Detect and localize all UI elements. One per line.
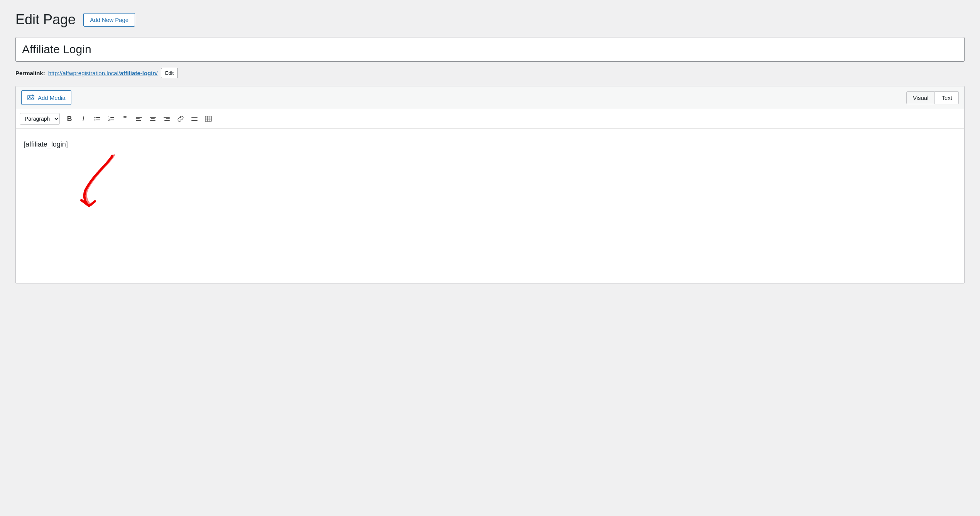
page-title: Edit Page [15, 12, 76, 28]
permalink-edit-button[interactable]: Edit [161, 68, 178, 78]
unordered-list-button[interactable] [91, 112, 104, 125]
page-header: Edit Page Add New Page [15, 12, 965, 28]
title-input-wrap [15, 37, 965, 62]
align-right-button[interactable] [160, 112, 173, 125]
permalink-row: Permalink: http://affwpregistration.loca… [15, 68, 965, 78]
svg-rect-11 [110, 120, 114, 120]
editor-formatting-bar: Paragraph Heading 1 Heading 2 Heading 3 … [16, 109, 964, 129]
view-tabs: Visual Text [906, 91, 959, 104]
add-media-label: Add Media [38, 94, 66, 101]
italic-button[interactable]: I [77, 112, 90, 125]
arrow-annotation [78, 152, 132, 215]
svg-rect-18 [164, 117, 170, 118]
add-new-page-button[interactable]: Add New Page [83, 13, 135, 27]
horizontal-rule-button[interactable] [188, 112, 201, 125]
align-center-button[interactable] [146, 112, 159, 125]
svg-rect-20 [164, 120, 170, 121]
svg-text:2.: 2. [108, 118, 111, 121]
permalink-slug: affiliate-login [120, 70, 156, 76]
svg-rect-9 [110, 117, 114, 118]
svg-rect-7 [96, 120, 100, 120]
add-media-button[interactable]: Add Media [21, 90, 71, 105]
permalink-link[interactable]: http://affwpregistration.local/affiliate… [48, 70, 158, 76]
svg-rect-19 [166, 118, 170, 119]
page-title-input[interactable] [16, 37, 964, 61]
tab-text[interactable]: Text [935, 91, 959, 104]
align-left-button[interactable] [132, 112, 145, 125]
svg-rect-23 [191, 120, 198, 121]
svg-rect-15 [150, 117, 156, 118]
editor-wrap: Add Media Visual Text Paragraph Heading … [15, 86, 965, 283]
svg-rect-5 [96, 117, 100, 118]
svg-rect-22 [191, 119, 198, 119]
permalink-base: http://affwpregistration.local/ [48, 70, 120, 76]
svg-rect-24 [205, 116, 211, 121]
svg-rect-21 [191, 117, 198, 118]
svg-rect-13 [136, 118, 140, 119]
svg-rect-17 [150, 120, 155, 121]
permalink-label: Permalink: [15, 70, 45, 76]
link-button[interactable] [174, 112, 187, 125]
editor-content-area[interactable]: [affiliate_login] [16, 129, 964, 283]
svg-rect-12 [136, 117, 142, 118]
permalink-suffix: / [156, 70, 158, 76]
format-select[interactable]: Paragraph Heading 1 Heading 2 Heading 3 [20, 113, 60, 125]
svg-rect-14 [136, 120, 141, 121]
editor-toolbar-top: Add Media Visual Text [16, 86, 964, 109]
editor-shortcode: [affiliate_login] [24, 140, 956, 148]
svg-rect-16 [151, 118, 155, 119]
blockquote-button[interactable]: " [118, 112, 132, 125]
svg-point-6 [95, 120, 96, 121]
main-content: Permalink: http://affwpregistration.loca… [15, 37, 965, 283]
add-media-icon [27, 94, 35, 101]
table-button[interactable] [202, 112, 215, 125]
svg-point-4 [95, 117, 96, 118]
ordered-list-button[interactable]: 1.2. [105, 112, 118, 125]
bold-button[interactable]: B [63, 112, 76, 125]
tab-visual[interactable]: Visual [906, 91, 935, 104]
